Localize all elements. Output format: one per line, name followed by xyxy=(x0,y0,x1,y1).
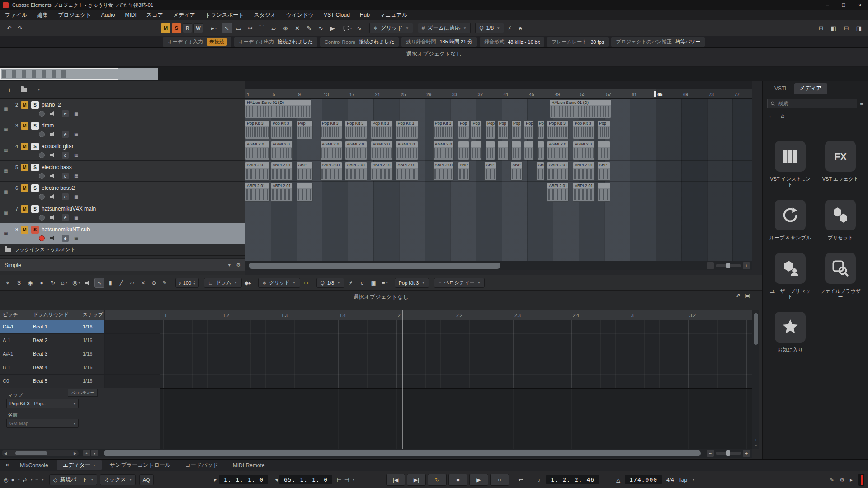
search-input[interactable] xyxy=(778,101,854,106)
track-mute-button[interactable]: M xyxy=(21,205,28,213)
midi-clip[interactable]: Pop xyxy=(297,120,313,139)
edit-channel-button[interactable]: e xyxy=(62,152,69,159)
drum-grid[interactable]: 11.21.31.422.22.32.433.2 xyxy=(160,310,752,449)
arrange-clips[interactable]: HALion Sonic 01 (D)HALion Sonic 01 (D)Po… xyxy=(245,99,752,261)
midi-clip[interactable]: AGML2 0 xyxy=(433,141,454,160)
status-item-2[interactable]: Control Room接続されました xyxy=(320,37,399,47)
record-enable-button[interactable] xyxy=(39,235,45,241)
editor-hscrollbar[interactable]: ◀ ▶ + ▾ − + xyxy=(0,449,752,458)
editor-vscrollbar[interactable]: + − xyxy=(752,310,760,449)
acoustic-feedback-button[interactable] xyxy=(83,278,93,288)
midi-clip[interactable]: Pop xyxy=(497,120,509,139)
midi-clip[interactable]: Pop Kit 3 xyxy=(433,120,454,139)
menu-item-8[interactable]: スタジオ xyxy=(249,10,281,20)
acoustic-feedback-icon[interactable]: ◉ xyxy=(25,278,35,288)
midi-clip[interactable]: Pop Kit 3 xyxy=(547,120,569,139)
midi-clip[interactable] xyxy=(497,141,509,160)
play-tool-icon[interactable]: ▶ xyxy=(327,23,338,33)
midi-clip[interactable]: AGML2 0 xyxy=(245,141,270,160)
right-locator-value[interactable]: 65. 1. 1. 0 xyxy=(279,475,332,484)
undo-button[interactable]: ↶ xyxy=(4,23,14,33)
track-mute-button[interactable]: M xyxy=(21,164,28,171)
menu-item-10[interactable]: VST Cloud xyxy=(319,10,355,20)
menu-item-5[interactable]: スコア xyxy=(142,10,168,20)
midi-clip[interactable]: ABP xyxy=(536,162,544,181)
midi-clip[interactable]: Pop xyxy=(511,120,521,139)
close-button[interactable]: ✕ xyxy=(852,0,868,10)
part-list-button[interactable]: ≡▾ xyxy=(380,277,390,288)
midi-clip[interactable]: ABPL2 01 xyxy=(271,183,293,202)
range-select-tool-icon[interactable]: ▭ xyxy=(233,23,244,33)
midi-clip[interactable]: AGML2 0 xyxy=(320,141,342,160)
media-tile-0[interactable]: VST インスト...ント xyxy=(768,141,813,188)
midi-clip[interactable]: AGML2 0 xyxy=(547,141,569,160)
midi-clip[interactable]: ABPL2 01 xyxy=(396,162,418,181)
project-overview[interactable] xyxy=(0,68,158,80)
menu-item-2[interactable]: プロジェクト xyxy=(53,10,96,20)
track-visibility-button[interactable]: ▾ xyxy=(33,85,43,95)
window-layout-icon[interactable]: ⊞ xyxy=(816,23,826,33)
global-mute-button[interactable]: M xyxy=(161,23,170,33)
record-enable-button[interactable] xyxy=(39,215,45,221)
quantize-dropdown[interactable]: Q 1/8 ▼ xyxy=(475,23,504,33)
menu-item-11[interactable]: Hub xyxy=(355,10,375,20)
record-enable-button[interactable] xyxy=(39,173,45,179)
go-to-previous-marker-button[interactable]: |◀ xyxy=(386,474,405,486)
search-box[interactable] xyxy=(767,99,857,108)
drum-row-A-1[interactable]: A-1Beat 21/16 xyxy=(0,334,160,347)
track-solo-button[interactable]: S xyxy=(31,226,39,234)
editor-mute-tool-icon[interactable]: ✕ xyxy=(138,278,148,288)
media-tile-6[interactable]: お気に入り xyxy=(768,312,813,353)
midi-clip[interactable] xyxy=(597,183,610,202)
controller-lane-dropdown[interactable]: ≡ ベロシティー ▼ xyxy=(434,278,485,288)
controller-lane-label[interactable]: ベロシティー xyxy=(68,389,98,397)
zoom-out-button[interactable]: − xyxy=(707,450,714,457)
midi-clip[interactable]: ABPL2 01 xyxy=(573,162,595,181)
record-mode-icon[interactable]: ● xyxy=(11,477,14,483)
monitor-button[interactable] xyxy=(50,152,57,158)
editor-erase-tool-icon[interactable]: ▱ xyxy=(127,278,137,288)
midi-clip[interactable]: ABP xyxy=(458,162,470,181)
arrange-ruler[interactable]: 1591317212529333741454953576165697377 xyxy=(245,89,752,99)
left-zone-toggle-icon[interactable]: ◧ xyxy=(828,23,839,33)
status-item-4[interactable]: 録音形式48 kHz - 16 bit xyxy=(480,37,544,47)
midi-clip[interactable] xyxy=(511,141,521,160)
zoom-in-icon[interactable]: + xyxy=(752,438,760,441)
track-row-2[interactable]: ▦2MSpiano_2e▦ xyxy=(0,99,245,119)
new-part-dropdown[interactable]: ◇ 新規パート ▾ xyxy=(49,474,97,485)
bottom-tab-1[interactable]: エディター▾ xyxy=(57,460,102,470)
midi-clip[interactable] xyxy=(297,183,313,202)
gear-icon[interactable]: ⚙ xyxy=(840,477,844,483)
midi-clip[interactable]: Pop Kit 3 xyxy=(345,120,367,139)
punch-mode-icon[interactable]: ⇄ xyxy=(23,477,27,483)
link-cursors-icon[interactable]: ⌖ xyxy=(3,278,13,288)
edit-channel-button[interactable]: e xyxy=(62,235,69,242)
lane-options-button[interactable]: ▾ xyxy=(91,450,98,456)
edit-channel-button[interactable]: e xyxy=(62,110,69,117)
midi-clip[interactable]: ABPL2 01 xyxy=(547,183,569,202)
open-in-window-icon[interactable]: ⇗ xyxy=(736,292,741,299)
midi-clip[interactable]: ABPL2 01 xyxy=(371,162,393,181)
part-borders-icon[interactable]: ▣ xyxy=(368,278,378,288)
arrange-hscrollbar[interactable]: − + xyxy=(245,261,752,270)
track-solo-button[interactable]: S xyxy=(31,143,39,150)
redo-button[interactable]: ↷ xyxy=(14,23,25,33)
zoom-in-button[interactable]: + xyxy=(743,450,750,457)
auto-select-controllers-button[interactable]: ◎▾ xyxy=(71,277,82,288)
menu-item-0[interactable]: ファイル xyxy=(0,10,32,20)
monitor-button[interactable] xyxy=(50,173,57,178)
menu-item-1[interactable]: 編集 xyxy=(32,10,53,20)
editor-hscroll-thumb[interactable] xyxy=(104,450,701,456)
nudge-icon[interactable]: ↦ xyxy=(302,278,311,288)
track-row-8[interactable]: ▦8MShatsunemikuNT sube▦ xyxy=(0,223,245,244)
midi-clip[interactable]: ABPL2 01 xyxy=(345,162,367,181)
back-arrow-icon[interactable]: ← xyxy=(768,112,774,119)
editor-zoom-tool-icon[interactable]: ⊕ xyxy=(149,278,159,288)
maximize-button[interactable]: ☐ xyxy=(835,0,852,10)
track-row-6[interactable]: ▦6MSelectric bass2e▦ xyxy=(0,182,245,202)
editor-mini-scroll[interactable]: ◀ ▶ xyxy=(2,450,79,456)
punch-out-icon[interactable]: ⊣ xyxy=(344,477,349,483)
tap-tempo-button[interactable]: Tap xyxy=(679,477,687,483)
global-write-button[interactable]: W xyxy=(193,23,203,33)
track-solo-button[interactable]: S xyxy=(31,122,39,130)
